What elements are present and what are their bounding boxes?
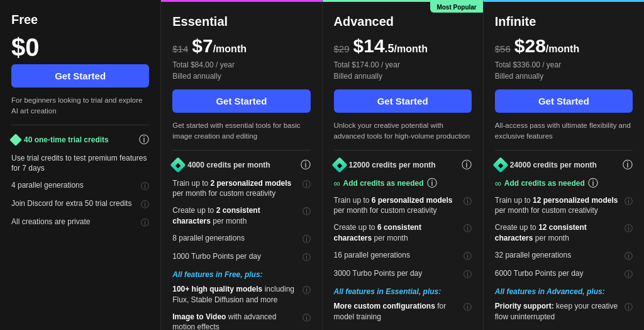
trial-credits-text: 40 one-time trial credits (24, 135, 135, 144)
info-icon: ⓘ (302, 285, 311, 296)
add-credits-infinite: ∞ Add credits as needed ⓘ (495, 175, 633, 192)
credits-text-infinite: 24000 credits per month (510, 161, 619, 169)
info-icon-add-credits: ⓘ (427, 177, 437, 190)
price-old-essential: $14 (172, 43, 188, 54)
price-row-essential: $14 $7/month (172, 35, 310, 57)
feature-text: All creations are private (11, 217, 138, 227)
info-icon: ⓘ (463, 196, 472, 207)
info-icon: ⓘ (624, 269, 633, 280)
info-icon-credits-essential: ⓘ (301, 159, 311, 172)
feature-item: 32 parallel generations ⓘ (495, 247, 633, 265)
feature-item: Train up to 12 personalized models per m… (495, 192, 633, 220)
feature-item: 8 parallel generations ⓘ (172, 230, 310, 248)
feature-text: 3000 Turbo Points per day (334, 268, 460, 279)
get-started-advanced[interactable]: Get Started (334, 89, 472, 113)
feature-list-free: 4 parallel generations ⓘ Join Discord fo… (11, 177, 149, 232)
plan-name-advanced: Advanced (334, 14, 472, 29)
feature-text: 4 parallel generations (11, 180, 138, 191)
info-icon: ⓘ (463, 269, 472, 280)
feature-item: 16 parallel generations ⓘ (334, 247, 472, 265)
pricing-container: Free $0 Get Started For beginners lookin… (0, 0, 644, 330)
price-row-infinite: $56 $28/month (495, 35, 633, 57)
feature-text: Train up to 6 personalized models per mo… (334, 195, 460, 217)
feature-item: Bulk creation: create hundreds of images… (334, 326, 472, 330)
billing-info-advanced: Total $174.00 / year Billed annually (334, 59, 472, 82)
plan-advanced: Most Popular Advanced $29 $14.5/month To… (323, 0, 484, 330)
feature-text: 8 parallel generations (172, 233, 299, 244)
diamond-icon-free (9, 134, 22, 146)
add-credits-advanced: ∞ Add credits as needed ⓘ (334, 175, 472, 192)
price-old-infinite: $56 (495, 43, 511, 54)
feature-item: 1000 Turbo Points per day ⓘ (172, 248, 310, 266)
info-icon: ⓘ (140, 217, 149, 229)
plan-desc-infinite: All-access pass with ultimate flexibilit… (495, 120, 633, 142)
credits-text-essential: 4000 credits per month (187, 161, 296, 169)
feature-text: Train up to 2 personalized models per mo… (172, 178, 299, 200)
diamond-icon-advanced: ◆ (331, 157, 347, 173)
feature-list-essential: Train up to 2 personalized models per mo… (172, 175, 310, 267)
feature-item: All creations are private ⓘ (11, 213, 149, 232)
info-icon: ⓘ (140, 181, 149, 192)
info-icon-add-credits-infinite: ⓘ (588, 177, 598, 190)
info-icon: ⓘ (302, 206, 311, 217)
infinity-icon-infinite: ∞ (495, 178, 501, 188)
feature-text: 6000 Turbo Points per day (495, 268, 621, 279)
feature-item: Train up to 2 personalized models per mo… (172, 175, 310, 203)
info-icon: ⓘ (463, 302, 472, 313)
feature-item: Priority support: keep your creative flo… (495, 298, 633, 326)
info-icon-credits-advanced: ⓘ (462, 159, 472, 172)
plan-desc-advanced: Unlock your creative potential with adva… (334, 120, 472, 142)
feature-text: 32 parallel generations (495, 250, 621, 261)
info-icon: ⓘ (463, 251, 472, 262)
price-new-advanced: $14.5/month (353, 35, 428, 57)
plan-name-free: Free (11, 13, 149, 27)
add-credits-text-advanced: Add credits as needed (343, 179, 423, 188)
feature-item: Create up to 12 consistent characters pe… (495, 219, 633, 247)
feature-text: Train up to 12 personalized models per m… (495, 195, 621, 217)
feature-item: More custom configurations for model tra… (334, 298, 472, 326)
feature-text: Create up to 6 consistent characters per… (334, 222, 460, 244)
feature-item: 6000 Turbo Points per day ⓘ (495, 265, 633, 283)
credits-text-advanced: 12000 credits per month (349, 161, 458, 169)
upsell-label-essential: All features in Free, plus: (172, 266, 310, 281)
info-icon: ⓘ (140, 199, 149, 210)
diamond-icon-infinite: ◆ (492, 157, 508, 173)
get-started-essential[interactable]: Get Started (172, 89, 310, 113)
most-popular-badge: Most Popular (430, 2, 482, 13)
feature-text: Image to Video with advanced motion effe… (172, 312, 299, 330)
info-icon: ⓘ (302, 312, 311, 324)
feature-item: Create up to 2 consistent characters per… (172, 202, 310, 230)
billing-info-infinite: Total $336.00 / year Billed annually (495, 59, 633, 82)
plan-name-infinite: Infinite (495, 14, 633, 29)
add-credits-text-infinite: Add credits as needed (504, 179, 585, 188)
plan-free: Free $0 Get Started For beginners lookin… (0, 0, 161, 330)
credits-row-infinite: ◆ 24000 credits per month ⓘ (495, 156, 633, 175)
feature-item: 4 parallel generations ⓘ (11, 177, 149, 195)
feature-text: More custom configurations for model tra… (334, 301, 460, 322)
get-started-free[interactable]: Get Started (11, 64, 149, 88)
info-icon-credits-infinite: ⓘ (623, 159, 633, 172)
feature-item: 3000 Turbo Points per day ⓘ (334, 265, 472, 283)
plan-name-essential: Essential (172, 14, 310, 29)
feature-text: Create up to 12 consistent characters pe… (495, 222, 621, 244)
price-new-essential: $7/month (192, 35, 247, 57)
feature-list-advanced-plus: More custom configurations for model tra… (334, 298, 472, 330)
upsell-label-infinite: All features in Advanced, plus: (495, 283, 633, 298)
info-icon-trial: ⓘ (139, 134, 149, 147)
plan-desc-essential: Get started with essential tools for bas… (172, 120, 310, 142)
divider-free (11, 125, 149, 125)
info-icon: ⓘ (463, 223, 472, 234)
divider-infinite (495, 150, 633, 151)
divider-advanced (334, 150, 472, 151)
price-free: $0 (11, 33, 149, 62)
feature-text: Create up to 2 consistent characters per… (172, 205, 299, 227)
get-started-infinite[interactable]: Get Started (495, 89, 633, 113)
plan-essential: Essential $14 $7/month Total $84.00 / ye… (161, 0, 322, 330)
feature-list-infinite-plus: Priority support: keep your creative flo… (495, 298, 633, 326)
billing-info-essential: Total $84.00 / year Billed annually (172, 59, 310, 82)
feature-list-infinite: Train up to 12 personalized models per m… (495, 192, 633, 284)
feature-list-essential-plus: 100+ high quality models including Flux,… (172, 281, 310, 330)
info-icon: ⓘ (624, 302, 633, 313)
feature-trial-desc: Use trial credits to test premium featur… (11, 150, 149, 178)
feature-item: Train up to 6 personalized models per mo… (334, 192, 472, 220)
